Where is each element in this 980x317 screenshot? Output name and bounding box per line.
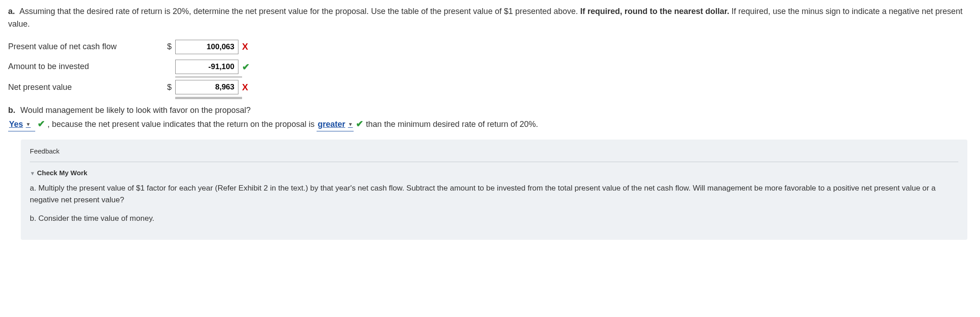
row-npv: Net present value $ X xyxy=(8,77,253,98)
row-inv: Amount to be invested ✔ xyxy=(8,57,253,77)
row-pv-label: Present value of net cash flow xyxy=(8,37,166,57)
wrong-icon: X xyxy=(242,82,248,92)
check-my-work-toggle[interactable]: ▼Check My Work xyxy=(30,168,958,178)
row-pv-prefix: $ xyxy=(166,37,175,57)
correct-icon: ✔ xyxy=(37,119,45,129)
part-a-prompt: a. Assuming that the desired rate of ret… xyxy=(8,5,972,31)
feedback-body: a. Multiply the present value of $1 fact… xyxy=(30,182,958,224)
feedback-body-b: b. Consider the time value of money. xyxy=(30,213,958,224)
select-favor[interactable]: Yes▼ xyxy=(8,118,35,131)
row-pv: Present value of net cash flow $ X xyxy=(8,37,253,57)
divider xyxy=(30,162,958,162)
part-b-tailtext: than the minimum desired rate of return … xyxy=(364,120,538,129)
check-my-work-label: Check My Work xyxy=(37,169,87,177)
part-b-midtext: , because the net present value indicate… xyxy=(45,120,317,129)
select-compare[interactable]: greater▼ xyxy=(317,118,354,131)
part-a-bold: If required, round to the nearest dollar… xyxy=(580,7,729,16)
caret-icon: ▼ xyxy=(348,121,353,127)
row-inv-prefix xyxy=(166,57,175,77)
part-b-answer-line: Yes▼ ✔ , because the net present value i… xyxy=(8,117,972,131)
row-npv-prefix: $ xyxy=(166,77,175,98)
feedback-body-a: a. Multiply the present value of $1 fact… xyxy=(30,182,958,206)
part-a-text-1: Assuming that the desired rate of return… xyxy=(18,7,580,16)
feedback-panel: Feedback ▼Check My Work a. Multiply the … xyxy=(21,140,967,240)
row-inv-input[interactable] xyxy=(175,60,238,74)
correct-icon: ✔ xyxy=(242,62,250,72)
part-a-label: a. xyxy=(8,7,15,16)
triangle-down-icon: ▼ xyxy=(30,170,35,177)
feedback-title: Feedback xyxy=(30,146,958,162)
select-compare-value: greater xyxy=(317,120,345,129)
row-pv-input[interactable] xyxy=(175,40,238,54)
row-inv-label: Amount to be invested xyxy=(8,57,166,77)
wrong-icon: X xyxy=(242,42,248,51)
part-b-question: b. Would management be likely to look wi… xyxy=(8,104,972,117)
part-b-label: b. xyxy=(8,106,15,115)
correct-icon: ✔ xyxy=(356,119,364,129)
part-b-block: b. Would management be likely to look wi… xyxy=(8,104,972,131)
caret-icon: ▼ xyxy=(26,121,31,127)
row-npv-input[interactable] xyxy=(175,80,238,94)
npv-input-grid: Present value of net cash flow $ X Amoun… xyxy=(8,37,253,99)
row-npv-label: Net present value xyxy=(8,77,166,98)
part-b-question-text: Would management be likely to look with … xyxy=(18,106,251,115)
select-favor-value: Yes xyxy=(9,120,23,129)
